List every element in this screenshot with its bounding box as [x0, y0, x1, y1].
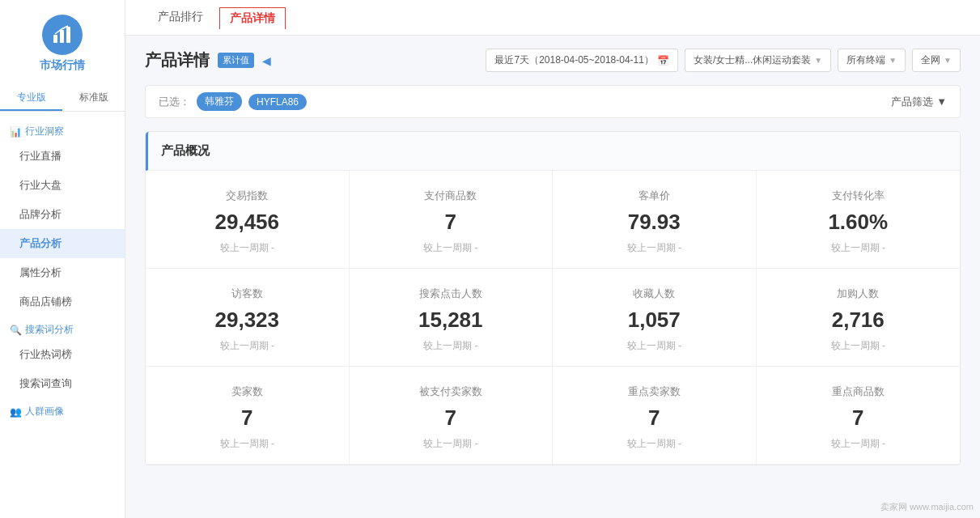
sidebar-section-audience: 👥 人群画像	[0, 398, 125, 422]
topbar: 产品排行 产品详情	[125, 0, 980, 36]
selected-label: 已选：	[159, 95, 190, 109]
metric-value: 15,281	[418, 308, 483, 333]
category-filter-dropdown[interactable]: 女装/女士精...休闲运动套装 ▼	[685, 49, 831, 72]
metric-cell: 客单价 79.93 较上一周期 -	[553, 171, 757, 269]
content-area: 产品详情 累计值 ◀ 最近7天（2018-04-05~2018-04-11） 📅…	[125, 36, 980, 491]
terminal-filter-dropdown[interactable]: 所有终端 ▼	[838, 49, 906, 72]
page-title-group: 产品详情 累计值 ◀	[145, 49, 271, 71]
date-filter-label: 最近7天（2018-04-05~2018-04-11）	[494, 53, 653, 67]
metric-cell: 加购人数 2,716 较上一周期 -	[757, 269, 961, 367]
metric-label: 支付商品数	[424, 189, 477, 203]
metric-cell: 支付转化率 1.60% 较上一周期 -	[757, 171, 961, 269]
metric-label: 被支付卖家数	[419, 384, 482, 399]
metric-label: 搜索点击人数	[419, 287, 482, 301]
product-filter-label: 产品筛选	[891, 95, 933, 109]
sidebar-item-shop-ranking[interactable]: 商品店铺榜	[0, 287, 125, 316]
metric-value: 7	[852, 405, 863, 431]
metric-cell: 访客数 29,323 较上一周期 -	[146, 269, 350, 367]
metric-label: 重点卖家数	[628, 384, 681, 399]
chart-section-icon: 📊	[10, 126, 22, 138]
product-filter-right[interactable]: 产品筛选 ▼	[891, 95, 947, 109]
metric-value: 7	[445, 405, 456, 431]
metric-cell: 收藏人数 1,057 较上一周期 -	[553, 269, 757, 367]
metric-compare: 较上一周期 -	[220, 437, 274, 451]
page-header: 产品详情 累计值 ◀ 最近7天（2018-04-05~2018-04-11） 📅…	[145, 49, 961, 72]
sidebar-item-brand-analysis[interactable]: 品牌分析	[0, 200, 125, 229]
search-section-icon: 🔍	[10, 325, 22, 336]
metric-cell: 交易指数 29,456 较上一周期 -	[146, 171, 350, 269]
chevron-down-icon-3: ▼	[944, 56, 952, 65]
sidebar-section-industry: 📊 行业洞察	[0, 118, 125, 142]
metric-value: 79.93	[628, 210, 681, 235]
svg-rect-0	[53, 35, 57, 43]
chevron-down-icon-filter: ▼	[936, 96, 947, 108]
metric-label: 卖家数	[231, 384, 263, 399]
metric-label: 收藏人数	[633, 287, 675, 301]
metric-cell: 搜索点击人数 15,281 较上一周期 -	[350, 269, 554, 367]
metric-cell: 支付商品数 7 较上一周期 -	[350, 171, 554, 269]
metric-value: 29,323	[214, 308, 279, 333]
tab-standard[interactable]: 标准版	[62, 86, 125, 111]
metric-compare: 较上一周期 -	[831, 339, 885, 353]
metric-label: 支付转化率	[832, 189, 885, 203]
metric-value: 1,057	[628, 308, 681, 333]
metric-label: 重点商品数	[832, 384, 885, 399]
tag-hyfla86[interactable]: HYFLA86	[248, 94, 307, 110]
page-title: 产品详情	[145, 49, 210, 71]
metric-cell: 被支付卖家数 7 较上一周期 -	[350, 367, 554, 465]
svg-rect-1	[60, 30, 64, 43]
svg-rect-2	[66, 27, 70, 43]
cumulative-badge: 累计值	[218, 53, 254, 68]
metric-cell: 卖家数 7 较上一周期 -	[146, 367, 350, 465]
product-overview-card: 产品概况 交易指数 29,456 较上一周期 - 支付商品数 7 较上一周期 -…	[145, 131, 961, 465]
metric-cell: 重点商品数 7 较上一周期 -	[757, 367, 961, 465]
category-filter-label: 女装/女士精...休闲运动套装	[694, 53, 811, 67]
metric-label: 访客数	[231, 287, 263, 301]
date-filter-button[interactable]: 最近7天（2018-04-05~2018-04-11） 📅	[486, 49, 677, 72]
filter-bar: 最近7天（2018-04-05~2018-04-11） 📅 女装/女士精...休…	[486, 49, 961, 72]
tag-hanfen[interactable]: 韩雅芬	[197, 92, 242, 111]
metric-compare: 较上一周期 -	[220, 339, 274, 353]
metric-label: 客单价	[638, 189, 670, 203]
metric-value: 1.60%	[828, 210, 888, 235]
chevron-down-icon-2: ▼	[889, 56, 897, 65]
people-section-icon: 👥	[10, 406, 22, 418]
sidebar-item-industry-live[interactable]: 行业直播	[0, 142, 125, 171]
sidebar-title: 市场行情	[40, 58, 85, 73]
sidebar-item-attribute-analysis[interactable]: 属性分析	[0, 258, 125, 287]
sidebar-tabs: 专业版 标准版	[0, 86, 125, 112]
metric-compare: 较上一周期 -	[423, 241, 477, 255]
tab-product-detail[interactable]: 产品详情	[219, 7, 286, 29]
network-filter-dropdown[interactable]: 全网 ▼	[912, 49, 961, 72]
metric-compare: 较上一周期 -	[627, 241, 681, 255]
selected-row: 已选： 韩雅芬 HYFLA86 产品筛选 ▼	[145, 85, 961, 118]
metric-value: 2,716	[832, 308, 885, 333]
metric-compare: 较上一周期 -	[627, 339, 681, 353]
main-content: 产品排行 产品详情 产品详情 累计值 ◀ 最近7天（2018-04-05~201…	[125, 0, 980, 518]
sidebar-item-product-analysis[interactable]: 产品分析	[0, 229, 125, 258]
metric-label: 加购人数	[837, 287, 879, 301]
metric-compare: 较上一周期 -	[423, 437, 477, 451]
tab-product-ranking[interactable]: 产品排行	[145, 0, 216, 36]
calendar-icon: 📅	[657, 55, 669, 66]
sidebar-item-hot-words[interactable]: 行业热词榜	[0, 340, 125, 369]
metric-cell: 重点卖家数 7 较上一周期 -	[553, 367, 757, 465]
tab-professional[interactable]: 专业版	[0, 86, 62, 111]
section-title-overview: 产品概况	[146, 132, 960, 171]
sidebar-item-industry-market[interactable]: 行业大盘	[0, 171, 125, 200]
metric-value: 29,456	[214, 210, 279, 235]
metric-compare: 较上一周期 -	[627, 437, 681, 451]
metric-value: 7	[241, 405, 252, 431]
metric-label: 交易指数	[226, 189, 268, 203]
metric-compare: 较上一周期 -	[423, 339, 477, 353]
metric-value: 7	[445, 210, 456, 235]
arrow-icon: ◀	[262, 54, 271, 67]
metrics-grid: 交易指数 29,456 较上一周期 - 支付商品数 7 较上一周期 - 客单价 …	[146, 171, 960, 465]
metric-value: 7	[648, 405, 660, 431]
logo-icon	[42, 15, 83, 55]
network-filter-label: 全网	[921, 53, 940, 67]
sidebar-item-search-query[interactable]: 搜索词查询	[0, 369, 125, 398]
metric-compare: 较上一周期 -	[220, 241, 274, 255]
selected-left: 已选： 韩雅芬 HYFLA86	[159, 92, 307, 111]
sidebar: 市场行情 专业版 标准版 📊 行业洞察 行业直播 行业大盘 品牌分析 产品分析 …	[0, 0, 125, 518]
